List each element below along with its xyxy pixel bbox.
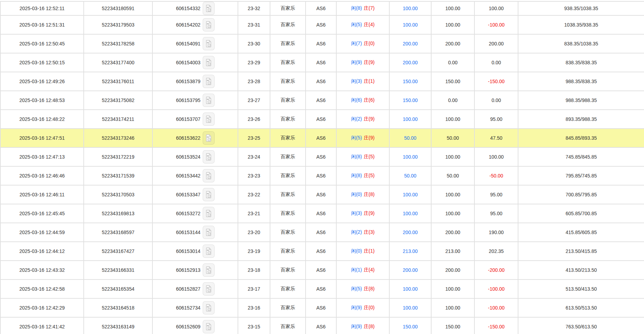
video-file-icon — [205, 153, 212, 161]
video-replay-button[interactable] — [203, 301, 215, 314]
table-name: AS6 — [306, 148, 337, 167]
balance: 988.35/988.35 — [518, 91, 644, 110]
game-id: 606153272 — [176, 211, 200, 216]
video-file-icon — [205, 285, 212, 293]
bet-id: 522343171539 — [84, 167, 153, 186]
video-replay-button[interactable] — [203, 150, 215, 164]
bet-amount-link[interactable]: 150.00 — [390, 91, 432, 110]
video-replay-button[interactable] — [203, 56, 215, 69]
bet-amount-link[interactable]: 50.00 — [390, 167, 432, 186]
bet-amount-link[interactable]: 213.00 — [390, 242, 432, 261]
valid-amount: 50.00 — [432, 129, 475, 148]
bet-amount-link[interactable]: 150.00 — [390, 318, 432, 334]
video-replay-button[interactable] — [203, 112, 215, 126]
bet-amount-link[interactable]: 100.00 — [390, 299, 432, 318]
bet-id: 522343168597 — [84, 223, 153, 242]
table-name: AS6 — [306, 242, 337, 261]
video-replay-button[interactable] — [203, 282, 215, 296]
video-replay-button[interactable] — [203, 2, 215, 15]
win-loss: -50.00 — [475, 167, 518, 186]
bet-amount-link[interactable]: 100.00 — [390, 1, 432, 16]
game-type: 百家乐 — [270, 53, 306, 72]
video-file-icon — [205, 322, 212, 331]
bet-amount-link[interactable]: 100.00 — [390, 16, 432, 35]
table-name: AS6 — [306, 35, 337, 53]
valid-amount: 0.00 — [432, 53, 475, 72]
bet-id: 522343166331 — [84, 261, 153, 280]
game-id-cell: 606153014 — [153, 242, 238, 261]
player-result: 闲(3) — [351, 210, 362, 216]
banker-result: 庄(9) — [364, 116, 375, 122]
game-id-cell: 606153622 — [153, 129, 238, 148]
video-replay-button[interactable] — [203, 320, 215, 333]
video-replay-button[interactable] — [203, 226, 215, 239]
table-row: 2025-03-16 12:47:13 522343172219 6061535… — [0, 148, 644, 167]
video-file-icon — [205, 4, 212, 13]
round-number: 23-32 — [238, 1, 270, 16]
player-result: 闲(8) — [351, 173, 362, 178]
game-id: 606152734 — [176, 305, 200, 311]
video-replay-button[interactable] — [203, 188, 215, 201]
bet-amount-link[interactable]: 150.00 — [390, 72, 432, 91]
banker-result: 庄(1) — [364, 78, 375, 84]
game-result: 闲(0)庄(1) — [337, 242, 390, 261]
win-loss: 200.00 — [475, 35, 518, 53]
banker-result: 庄(3) — [364, 229, 375, 235]
game-id: 606152827 — [176, 286, 200, 292]
bet-id: 522343163149 — [84, 318, 153, 334]
video-replay-button[interactable] — [203, 263, 215, 277]
bet-amount-link[interactable]: 200.00 — [390, 53, 432, 72]
video-replay-button[interactable] — [203, 75, 215, 88]
video-replay-button[interactable] — [203, 207, 215, 220]
round-number: 23-23 — [238, 167, 270, 186]
bet-time: 2025-03-16 12:50:45 — [0, 35, 84, 53]
video-replay-button[interactable] — [203, 169, 215, 182]
game-id-cell: 606153144 — [153, 223, 238, 242]
player-result: 闲(5) — [351, 135, 362, 140]
player-result: 闲(3) — [351, 78, 362, 84]
video-replay-button[interactable] — [203, 37, 215, 50]
round-number: 23-26 — [238, 110, 270, 129]
video-file-icon — [205, 134, 212, 142]
bet-history-screen: 2025-03-16 12:52:11 522343180591 6061543… — [0, 0, 644, 334]
video-file-icon — [205, 228, 212, 237]
video-replay-button[interactable] — [203, 18, 215, 31]
video-replay-button[interactable] — [203, 245, 215, 258]
valid-amount: 100.00 — [432, 280, 475, 299]
video-replay-button[interactable] — [203, 94, 215, 107]
video-file-icon — [205, 190, 212, 199]
video-replay-button[interactable] — [203, 131, 215, 145]
table-name: AS6 — [306, 223, 337, 242]
game-result: 闲(3)庄(9) — [337, 204, 390, 223]
bet-amount-link[interactable]: 100.00 — [390, 204, 432, 223]
bet-id: 522343180591 — [84, 1, 153, 16]
bet-amount-link[interactable]: 100.00 — [390, 110, 432, 129]
bet-amount-link[interactable]: 200.00 — [390, 261, 432, 280]
player-result: 闲(9) — [351, 324, 362, 329]
bet-time: 2025-03-16 12:46:46 — [0, 167, 84, 186]
bet-amount-link[interactable]: 50.00 — [390, 129, 432, 148]
bet-amount-link[interactable]: 100.00 — [390, 280, 432, 299]
bet-amount-link[interactable]: 100.00 — [390, 186, 432, 204]
bet-time: 2025-03-16 12:48:53 — [0, 91, 84, 110]
player-result: 闲(9) — [351, 59, 362, 65]
video-file-icon — [205, 77, 212, 86]
game-id-cell: 606153442 — [153, 167, 238, 186]
valid-amount: 100.00 — [432, 186, 475, 204]
balance: 415.85/605.85 — [518, 223, 644, 242]
round-number: 23-25 — [238, 129, 270, 148]
table-row: 2025-03-16 12:44:12 522343167427 6061530… — [0, 242, 644, 261]
game-id: 606153144 — [176, 230, 200, 235]
table-name: AS6 — [306, 91, 337, 110]
round-number: 23-17 — [238, 280, 270, 299]
bet-amount-link[interactable]: 200.00 — [390, 223, 432, 242]
game-id-cell: 606153879 — [153, 72, 238, 91]
valid-amount: 100.00 — [432, 1, 475, 16]
game-id: 606152913 — [176, 267, 200, 273]
game-id-cell: 606154003 — [153, 53, 238, 72]
table-name: AS6 — [306, 204, 337, 223]
bet-amount-link[interactable]: 100.00 — [390, 148, 432, 167]
bet-amount-link[interactable]: 200.00 — [390, 35, 432, 53]
game-result: 闲(8)庄(5) — [337, 167, 390, 186]
banker-result: 庄(1) — [364, 248, 375, 254]
